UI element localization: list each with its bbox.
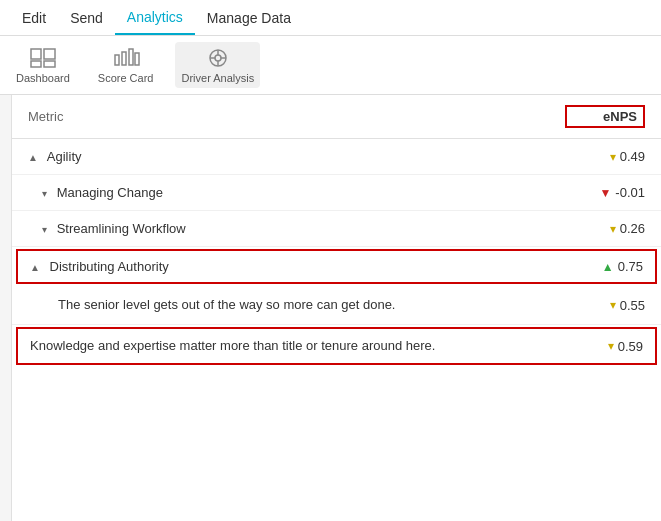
knowledge-expertise-label: Knowledge and expertise matter more than… [30, 337, 563, 355]
svg-rect-1 [44, 49, 55, 59]
svg-rect-7 [135, 53, 139, 65]
toolbar-scorecard-label: Score Card [98, 72, 154, 84]
managing-change-chevron: ▾ [42, 188, 47, 199]
svg-rect-3 [44, 61, 55, 67]
managing-change-label: ▾ Managing Change [42, 185, 565, 200]
agility-chevron: ▲ [28, 152, 38, 163]
toolbar-dashboard[interactable]: Dashboard [10, 42, 76, 88]
distributing-authority-label: ▲ Distributing Authority [30, 259, 563, 274]
knowledge-expertise-row[interactable]: Knowledge and expertise matter more than… [16, 327, 657, 365]
toolbar-scorecard[interactable]: Score Card [92, 42, 160, 88]
toolbar-driver-analysis-label: Driver Analysis [181, 72, 254, 84]
toolbar-driver-analysis[interactable]: Driver Analysis [175, 42, 260, 88]
streamlining-chevron: ▾ [42, 224, 47, 235]
main-content: Metric eNPS ▲ Agility ▾ 0.49 ▾ Managing … [0, 95, 661, 521]
nav-manage-data[interactable]: Manage Data [195, 2, 303, 34]
toolbar: Dashboard Score Card Driver Analysis [0, 36, 661, 95]
metric-column-header: Metric [28, 109, 565, 124]
managing-change-arrow: ▼ [599, 186, 611, 200]
svg-point-9 [215, 55, 221, 61]
streamlining-workflow-value: ▾ 0.26 [565, 221, 645, 236]
senior-level-label: The senior level gets out of the way so … [58, 296, 565, 314]
dashboard-icon [29, 46, 57, 70]
agility-arrow: ▾ [610, 150, 616, 164]
senior-level-row[interactable]: The senior level gets out of the way so … [12, 286, 661, 325]
distributing-authority-section[interactable]: ▲ Distributing Authority ▲ 0.75 [16, 249, 657, 284]
managing-change-value: ▼ -0.01 [565, 185, 645, 200]
svg-rect-0 [31, 49, 41, 59]
enps-column-header: eNPS [565, 105, 645, 128]
svg-rect-6 [129, 49, 133, 65]
knowledge-expertise-arrow: ▾ [608, 339, 614, 353]
streamlining-arrow: ▾ [610, 222, 616, 236]
streamlining-workflow-row[interactable]: ▾ Streamlining Workflow ▾ 0.26 [12, 211, 661, 247]
nav-analytics[interactable]: Analytics [115, 1, 195, 35]
left-sidebar [0, 95, 12, 521]
agility-value: ▾ 0.49 [565, 149, 645, 164]
scorecard-icon [112, 46, 140, 70]
senior-level-arrow: ▾ [610, 298, 616, 312]
distributing-authority-arrow: ▲ [602, 260, 614, 274]
svg-rect-5 [122, 52, 126, 65]
nav-send[interactable]: Send [58, 2, 115, 34]
top-navigation: Edit Send Analytics Manage Data [0, 0, 661, 36]
table-header: Metric eNPS [12, 95, 661, 139]
knowledge-expertise-value: ▾ 0.59 [563, 339, 643, 354]
distributing-authority-chevron: ▲ [30, 262, 40, 273]
senior-level-value: ▾ 0.55 [565, 298, 645, 313]
svg-rect-4 [115, 55, 119, 65]
managing-change-row[interactable]: ▾ Managing Change ▼ -0.01 [12, 175, 661, 211]
agility-label: ▲ Agility [28, 149, 565, 164]
toolbar-dashboard-label: Dashboard [16, 72, 70, 84]
streamlining-workflow-label: ▾ Streamlining Workflow [42, 221, 565, 236]
data-table: Metric eNPS ▲ Agility ▾ 0.49 ▾ Managing … [12, 95, 661, 521]
nav-edit[interactable]: Edit [10, 2, 58, 34]
svg-rect-2 [31, 61, 41, 67]
agility-section-header[interactable]: ▲ Agility ▾ 0.49 [12, 139, 661, 175]
distributing-authority-value: ▲ 0.75 [563, 259, 643, 274]
driver-analysis-icon [204, 46, 232, 70]
